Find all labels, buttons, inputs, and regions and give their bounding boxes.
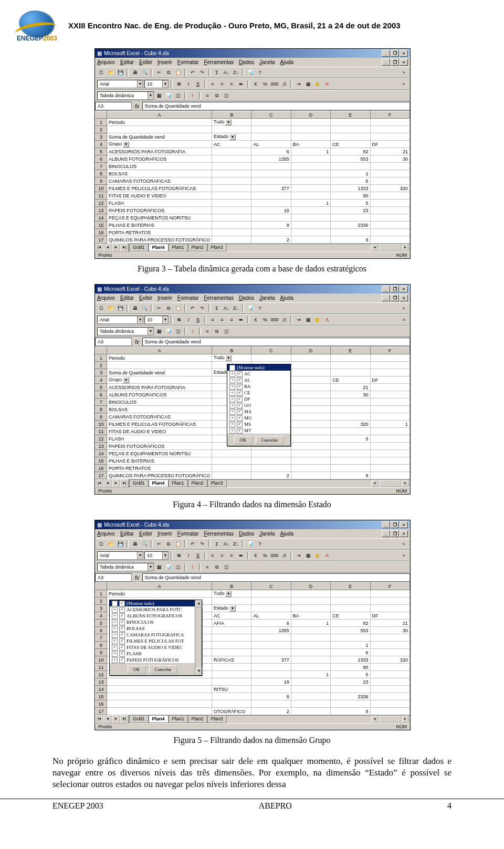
pivot-chart-icon[interactable]: 📊: [164, 91, 173, 100]
save-icon[interactable]: 💾: [116, 304, 124, 312]
sheet-tab[interactable]: Plan1: [169, 716, 188, 723]
checkbox-icon[interactable]: ✓: [119, 657, 125, 663]
cell[interactable]: DF: [370, 376, 410, 384]
menu-item[interactable]: Dados: [239, 295, 254, 301]
cell[interactable]: 5: [331, 435, 370, 443]
column-header[interactable]: B: [212, 347, 251, 354]
cell[interactable]: [212, 634, 251, 642]
menu-item[interactable]: Dados: [239, 59, 254, 65]
filter-ok-button[interactable]: OK: [234, 436, 253, 444]
cell[interactable]: AFIA: [212, 620, 251, 627]
indent-icon[interactable]: ⇥: [295, 316, 303, 324]
cell[interactable]: [291, 443, 330, 450]
checkbox-icon[interactable]: ✓: [119, 607, 125, 613]
cell[interactable]: [331, 354, 370, 362]
checkbox-icon[interactable]: ✓: [237, 396, 243, 402]
font-color-icon[interactable]: A: [323, 316, 331, 324]
column-header[interactable]: B: [212, 111, 251, 119]
expand-icon[interactable]: +: [229, 428, 235, 434]
cell[interactable]: [251, 590, 291, 598]
cell[interactable]: [291, 126, 330, 133]
row-header[interactable]: 6: [96, 391, 107, 399]
font-color-icon[interactable]: A: [323, 551, 331, 560]
pivot-refresh-icon[interactable]: !: [188, 327, 197, 336]
cell[interactable]: [331, 590, 370, 598]
cell[interactable]: [251, 450, 291, 457]
filter-item[interactable]: + ✓ BA: [227, 383, 290, 390]
row-header[interactable]: 5: [96, 620, 107, 627]
pivot-field-icon[interactable]: ≡: [203, 91, 212, 100]
cell[interactable]: [331, 450, 370, 457]
font-combo[interactable]: Arial: [97, 80, 143, 88]
cell[interactable]: [107, 678, 212, 686]
row-header[interactable]: 9: [96, 649, 107, 656]
cell[interactable]: [212, 649, 251, 656]
checkbox-icon[interactable]: ✓: [119, 601, 125, 606]
row-header[interactable]: 17: [96, 708, 107, 715]
cell[interactable]: [370, 236, 410, 244]
cell[interactable]: [291, 649, 330, 656]
cell[interactable]: [251, 192, 291, 200]
cell[interactable]: [212, 170, 251, 177]
cell[interactable]: [251, 170, 291, 177]
cell[interactable]: ACESSORIOS PARA FOTOGRAFIA: [107, 384, 212, 391]
cut-icon[interactable]: ✂: [155, 68, 163, 77]
row-header[interactable]: 15: [96, 457, 107, 465]
italic-icon[interactable]: I: [184, 316, 193, 324]
fx-icon[interactable]: fx: [132, 339, 142, 345]
cell[interactable]: PEÇAS E EQUIPAMENTOS NORITSU: [107, 450, 212, 457]
paste-icon[interactable]: 📋: [174, 68, 182, 77]
align-center-icon[interactable]: ≡: [218, 551, 226, 560]
filter-item[interactable]: + ✓ MA: [227, 408, 290, 415]
sheet-tab[interactable]: Gráf1: [129, 244, 149, 251]
cell[interactable]: [212, 472, 251, 479]
horizontal-scrollbar[interactable]: ◂ ▸: [227, 716, 410, 723]
toolbar-more-icon[interactable]: »: [400, 316, 408, 324]
cell[interactable]: AC: [212, 612, 251, 620]
sheet-tab[interactable]: Plan2: [188, 716, 207, 723]
cell[interactable]: PILHAS E BATERIAS: [107, 222, 212, 229]
cell[interactable]: 2336: [331, 222, 370, 229]
undo-icon[interactable]: ↶: [188, 540, 197, 548]
cell[interactable]: [370, 362, 410, 369]
cell[interactable]: [251, 649, 291, 656]
cell[interactable]: [370, 465, 410, 472]
cell[interactable]: [331, 413, 370, 421]
cell[interactable]: [291, 450, 330, 457]
cell[interactable]: OTOGRÁFICO: [212, 708, 251, 715]
cell[interactable]: FITAS DE AUDIO E VIDEO: [107, 192, 212, 200]
expand-icon[interactable]: +: [229, 390, 235, 396]
row-header[interactable]: 1: [96, 354, 107, 362]
scroll-left-icon[interactable]: ◂: [371, 480, 379, 487]
cell[interactable]: [291, 465, 330, 472]
checkbox-icon[interactable]: ✓: [119, 626, 125, 632]
cell[interactable]: [370, 671, 410, 678]
cell[interactable]: [291, 686, 330, 693]
borders-icon[interactable]: ▦: [304, 316, 312, 324]
filter-scrollbar[interactable]: ▲ ▼: [195, 600, 202, 675]
row-header[interactable]: 14: [96, 450, 107, 457]
row-header[interactable]: 16: [96, 229, 107, 236]
checkbox-icon[interactable]: ✓: [237, 378, 243, 383]
help-icon[interactable]: ?: [256, 540, 264, 548]
merge-icon[interactable]: ⬌: [237, 80, 245, 88]
fill-color-icon[interactable]: ◧: [313, 316, 322, 324]
prev-sheet-icon[interactable]: ◂: [103, 244, 112, 252]
pivot-refresh-icon[interactable]: !: [188, 91, 197, 100]
row-header[interactable]: 2: [96, 362, 107, 369]
column-header[interactable]: A: [107, 111, 212, 119]
name-box[interactable]: A3: [95, 573, 132, 582]
column-header[interactable]: C: [251, 583, 291, 590]
row-header[interactable]: 8: [96, 642, 107, 649]
cell[interactable]: [251, 200, 291, 207]
cell[interactable]: FLASH: [107, 435, 212, 443]
expand-icon[interactable]: +: [112, 657, 118, 663]
formula-input[interactable]: Soma de Quantidade vend: [142, 338, 410, 346]
cell[interactable]: Grupo▼: [107, 376, 212, 384]
row-header[interactable]: 8: [96, 406, 107, 413]
menu-item[interactable]: Formatar: [177, 531, 199, 537]
cell[interactable]: [291, 457, 330, 465]
expand-icon[interactable]: +: [112, 651, 118, 657]
cell[interactable]: [291, 598, 330, 605]
scroll-up-icon[interactable]: ▲: [195, 600, 203, 607]
